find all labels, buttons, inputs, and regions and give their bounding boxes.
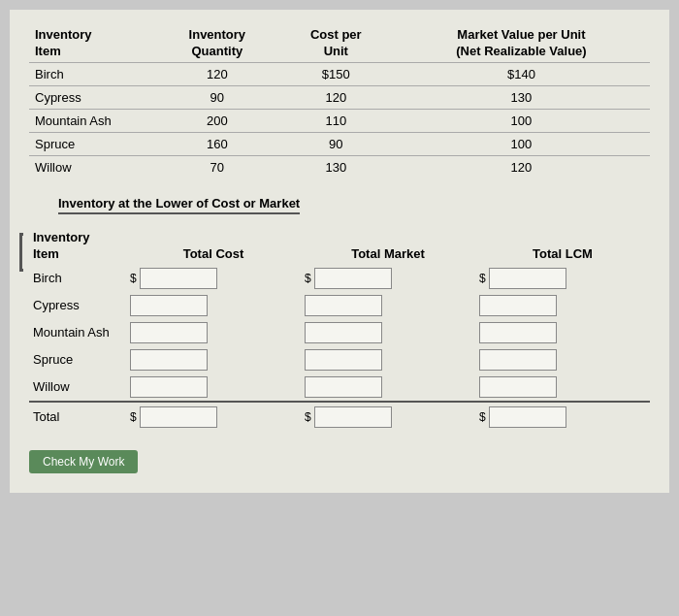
total-market-total-cell: $ — [301, 402, 475, 431]
total-cost-input[interactable] — [140, 268, 217, 289]
total-cost-total-cell: $ — [126, 402, 301, 431]
section-heading: Inventory at the Lower of Cost or Market — [29, 196, 650, 224]
total-cost-input[interactable] — [130, 376, 208, 398]
item-name: Mountain Ash — [29, 109, 155, 132]
item-name: Birch — [29, 62, 155, 85]
table-row: Mountain Ash — [29, 319, 650, 346]
total-market-input[interactable] — [314, 268, 392, 289]
item-name: Willow — [29, 155, 155, 178]
col-header-item: InventoryItem — [29, 25, 155, 62]
col-header-quantity: InventoryQuantity — [155, 25, 279, 62]
item-name: Cypress — [29, 85, 155, 109]
total-lcm-total-input[interactable] — [489, 406, 566, 428]
dollar-sign: $ — [130, 272, 137, 285]
total-market-cell — [301, 319, 475, 346]
top-table: InventoryItem InventoryQuantity Cost per… — [29, 25, 650, 178]
total-market-input[interactable] — [305, 295, 382, 316]
market-value: 130 — [393, 85, 650, 109]
item-name: Cypress — [29, 292, 126, 319]
cost-value: $150 — [279, 62, 393, 85]
total-lcm-input[interactable] — [479, 376, 557, 398]
market-value: $140 — [393, 62, 650, 85]
dollar-sign: $ — [305, 410, 311, 424]
table-row: Birch $ $ — [29, 265, 650, 292]
total-lcm-total-cell: $ — [475, 402, 650, 431]
total-cost-cell: $ — [126, 265, 301, 292]
total-market-input[interactable] — [305, 349, 382, 371]
dollar-sign: $ — [479, 410, 486, 424]
table-row: Cypress 90 120 130 — [29, 85, 650, 109]
col-header-market: Market Value per Unit(Net Realizable Val… — [393, 25, 650, 62]
cost-value: 120 — [279, 85, 393, 109]
item-name: Spruce — [29, 132, 155, 155]
total-cost-cell — [126, 373, 301, 402]
item-name: Mountain Ash — [29, 319, 126, 346]
item-name: Willow — [29, 373, 126, 402]
quantity-value: 120 — [155, 62, 279, 85]
market-value: 120 — [393, 155, 650, 178]
table-row: Spruce — [29, 346, 650, 373]
col-header-total-cost: Total Cost — [126, 228, 301, 265]
total-lcm-input[interactable] — [479, 349, 557, 371]
total-cost-cell — [126, 346, 301, 373]
total-market-input[interactable] — [305, 376, 382, 398]
total-lcm-cell — [475, 373, 650, 402]
total-cost-cell — [126, 292, 301, 319]
total-market-cell — [301, 292, 475, 319]
check-my-work-button[interactable]: Check My Work — [29, 450, 138, 473]
total-lcm-input[interactable] — [479, 322, 557, 343]
dollar-sign: $ — [130, 410, 137, 424]
table-row: Willow — [29, 373, 650, 402]
total-row: Total $ $ — [29, 402, 650, 431]
total-market-input[interactable] — [305, 322, 382, 343]
quantity-value: 70 — [155, 155, 279, 178]
total-label: Total — [29, 402, 126, 431]
col-header-cost: Cost perUnit — [279, 25, 393, 62]
dollar-sign: $ — [479, 272, 486, 285]
col-header-item2: InventoryItem — [29, 228, 126, 265]
quantity-value: 160 — [155, 132, 279, 155]
total-cost-cell — [126, 319, 301, 346]
total-market-cell — [301, 346, 475, 373]
table-row: Mountain Ash 200 110 100 — [29, 109, 650, 132]
total-lcm-input[interactable] — [489, 268, 566, 289]
total-market-cell — [301, 373, 475, 402]
cost-value: 90 — [279, 132, 393, 155]
table-row: Willow 70 130 120 — [29, 155, 650, 178]
total-cost-input[interactable] — [130, 295, 208, 316]
bottom-table: InventoryItem Total Cost Total Market To… — [29, 228, 650, 431]
cost-value: 110 — [279, 109, 393, 132]
col-header-total-market: Total Market — [301, 228, 475, 265]
cost-value: 130 — [279, 155, 393, 178]
total-cost-input[interactable] — [130, 322, 208, 343]
total-market-cell: $ — [301, 265, 475, 292]
quantity-value: 200 — [155, 109, 279, 132]
total-lcm-cell: $ — [475, 265, 650, 292]
left-bracket — [19, 233, 23, 272]
item-name: Birch — [29, 265, 126, 292]
market-value: 100 — [393, 109, 650, 132]
quantity-value: 90 — [155, 85, 279, 109]
total-lcm-cell — [475, 346, 650, 373]
table-row: Spruce 160 90 100 — [29, 132, 650, 155]
total-cost-input[interactable] — [130, 349, 208, 371]
total-lcm-cell — [475, 292, 650, 319]
total-market-total-input[interactable] — [314, 406, 392, 428]
col-header-total-lcm: Total LCM — [475, 228, 650, 265]
total-lcm-input[interactable] — [479, 295, 557, 316]
table-row: Cypress — [29, 292, 650, 319]
dollar-sign: $ — [305, 272, 311, 285]
total-lcm-cell — [475, 319, 650, 346]
bottom-section: InventoryItem Total Cost Total Market To… — [29, 228, 650, 431]
market-value: 100 — [393, 132, 650, 155]
total-cost-total-input[interactable] — [140, 406, 217, 428]
table-row: Birch 120 $150 $140 — [29, 62, 650, 85]
item-name: Spruce — [29, 346, 126, 373]
